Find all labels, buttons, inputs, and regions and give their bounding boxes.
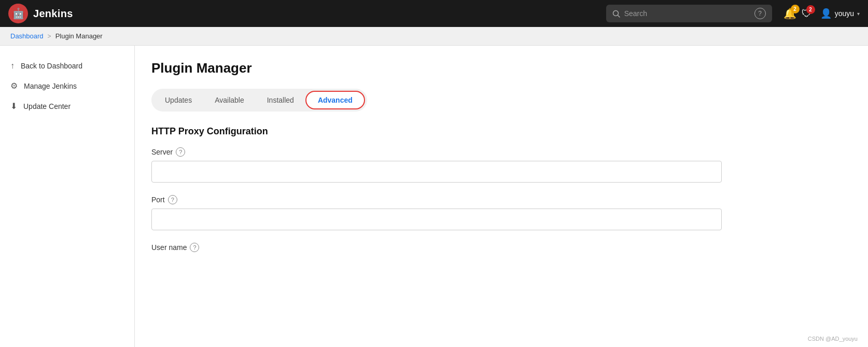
tab-installed[interactable]: Installed — [256, 92, 305, 108]
gear-icon: ⚙ — [10, 81, 18, 91]
notifications-bell[interactable]: 🔔 2 — [783, 7, 796, 20]
username-field: User name ? — [151, 243, 851, 252]
chevron-down-icon: ▾ — [857, 11, 860, 17]
tab-available[interactable]: Available — [203, 92, 256, 108]
server-help-icon[interactable]: ? — [176, 147, 185, 157]
tab-advanced[interactable]: Advanced — [305, 91, 365, 109]
user-icon: 👤 — [820, 8, 832, 19]
jenkins-logo-icon: 🤖 — [8, 4, 28, 23]
brand[interactable]: 🤖 Jenkins — [8, 4, 73, 23]
server-label: Server ? — [151, 147, 851, 157]
breadcrumb: Dashboard > Plugin Manager — [0, 27, 868, 46]
search-input[interactable] — [624, 9, 750, 18]
sidebar-item-back-label: Back to Dashboard — [21, 62, 82, 70]
page-title: Plugin Manager — [151, 60, 851, 76]
port-field: Port ? — [151, 195, 851, 230]
sidebar: ↑ Back to Dashboard ⚙ Manage Jenkins ⬇ U… — [0, 46, 135, 347]
security-icon-badge[interactable]: 🛡 2 — [802, 8, 812, 20]
sidebar-item-manage-jenkins[interactable]: ⚙ Manage Jenkins — [0, 76, 134, 96]
main-content: Plugin Manager Updates Available Install… — [135, 46, 868, 347]
notifications-badge: 2 — [791, 5, 800, 13]
svg-line-1 — [618, 15, 620, 17]
navbar-icons: 🔔 2 🛡 2 👤 youyu ▾ — [783, 7, 860, 20]
search-bar[interactable]: ? — [606, 5, 772, 22]
breadcrumb-dashboard-link[interactable]: Dashboard — [10, 32, 44, 40]
sidebar-item-back-to-dashboard[interactable]: ↑ Back to Dashboard — [0, 56, 134, 76]
server-label-text: Server — [151, 148, 173, 156]
arrow-up-icon: ↑ — [10, 61, 15, 71]
port-input[interactable] — [151, 209, 722, 230]
app-title: Jenkins — [33, 8, 73, 20]
username-help-icon[interactable]: ? — [190, 243, 199, 252]
section-title: HTTP Proxy Configuration — [151, 126, 851, 137]
server-input[interactable] — [151, 161, 722, 183]
sidebar-item-update-label: Update Center — [23, 102, 71, 110]
username-label-text: User name — [151, 243, 187, 252]
sidebar-item-manage-label: Manage Jenkins — [24, 82, 77, 90]
search-icon — [612, 10, 620, 18]
breadcrumb-separator: > — [48, 33, 51, 40]
port-label: Port ? — [151, 195, 851, 204]
port-label-text: Port — [151, 196, 165, 204]
security-badge: 2 — [806, 5, 815, 14]
footer-note: CSDN @AD_youyu — [808, 336, 858, 342]
user-name-label: youyu — [835, 9, 854, 18]
sidebar-item-update-center[interactable]: ⬇ Update Center — [0, 96, 134, 116]
download-icon: ⬇ — [10, 101, 17, 111]
breadcrumb-current: Plugin Manager — [55, 32, 103, 40]
server-field: Server ? — [151, 147, 851, 183]
port-help-icon[interactable]: ? — [168, 195, 177, 204]
search-help-icon[interactable]: ? — [754, 8, 766, 19]
tab-updates[interactable]: Updates — [153, 92, 203, 108]
username-label: User name ? — [151, 243, 851, 252]
user-menu[interactable]: 👤 youyu ▾ — [820, 8, 860, 19]
plugin-tabs: Updates Available Installed Advanced — [151, 89, 367, 112]
navbar: 🤖 Jenkins ? 🔔 2 🛡 2 👤 youyu ▾ — [0, 0, 868, 27]
main-layout: ↑ Back to Dashboard ⚙ Manage Jenkins ⬇ U… — [0, 46, 868, 347]
